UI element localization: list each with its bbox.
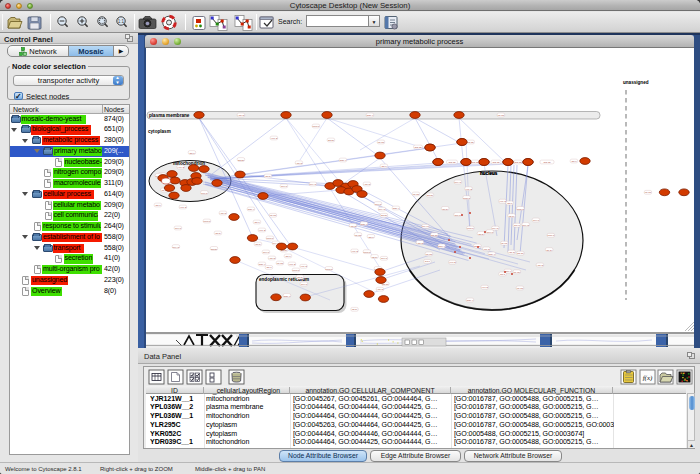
svg-text:Tuv-8: Tuv-8	[514, 224, 521, 227]
svg-text:(w-xd): (w-xd)	[355, 234, 362, 237]
svg-text:Mno-p: Mno-p	[467, 227, 474, 230]
svg-text:Mno-p: Mno-p	[364, 251, 371, 254]
svg-text:(w-xd): (w-xd)	[514, 271, 521, 274]
svg-text:YKL-2: YKL-2	[177, 166, 184, 169]
svg-text:Cde-4: Cde-4	[259, 263, 266, 266]
svg-text:Za-bc: Za-bc	[427, 194, 434, 197]
svg-text:Abc-1j: Abc-1j	[269, 257, 276, 260]
svg-text:Tuv-8: Tuv-8	[301, 283, 308, 286]
svg-text:YKL-2: YKL-2	[449, 261, 456, 264]
svg-text:Tuv-8: Tuv-8	[455, 214, 462, 217]
svg-text:Za-bc: Za-bc	[381, 214, 388, 217]
svg-text:Wx-y1: Wx-y1	[492, 227, 499, 230]
svg-text:(w-xd): (w-xd)	[645, 191, 652, 194]
svg-text:Mno-p: Mno-p	[313, 125, 320, 128]
svg-text:Gh-ij: Gh-ij	[266, 266, 272, 269]
svg-text:Tuv-8: Tuv-8	[201, 192, 208, 195]
svg-text:Cde-4: Cde-4	[284, 295, 291, 298]
svg-text:YKL-2: YKL-2	[271, 137, 278, 140]
svg-text:(w-xd): (w-xd)	[501, 242, 508, 245]
svg-text:cytoplasm: cytoplasm	[148, 129, 171, 134]
svg-text:GO-ab: GO-ab	[514, 161, 522, 164]
svg-text:YKL-2: YKL-2	[481, 286, 488, 289]
svg-text:Mno-p: Mno-p	[267, 237, 274, 240]
svg-text:Mno-p: Mno-p	[463, 197, 470, 200]
svg-text:YKL-2: YKL-2	[465, 188, 472, 191]
svg-text:Abc-1j: Abc-1j	[537, 264, 544, 267]
svg-text:Cde-4: Cde-4	[340, 159, 347, 162]
svg-text:Wx-y1: Wx-y1	[310, 183, 317, 186]
svg-text:unassigned: unassigned	[623, 80, 649, 85]
svg-text:(qr-s): (qr-s)	[297, 276, 303, 279]
svg-text:Cde-4: Cde-4	[361, 223, 368, 226]
svg-text:Abc-1j: Abc-1j	[417, 242, 424, 245]
svg-text:GO-ab: GO-ab	[471, 161, 479, 164]
svg-text:(w-xd): (w-xd)	[413, 193, 420, 196]
svg-text:(qr-s): (qr-s)	[546, 249, 552, 252]
svg-text:Abc-1j: Abc-1j	[296, 162, 303, 165]
svg-text:GO-ab: GO-ab	[466, 141, 474, 144]
svg-text:YKL-2: YKL-2	[300, 265, 307, 268]
svg-text:Gh-ij: Gh-ij	[425, 260, 431, 263]
svg-text:Cde-4: Cde-4	[367, 114, 374, 117]
svg-text:Abc-1j: Abc-1j	[377, 288, 384, 291]
svg-text:(qr-s): (qr-s)	[255, 243, 261, 246]
svg-text:Gh-ij: Gh-ij	[254, 221, 260, 224]
svg-text:Gh-ij: Gh-ij	[507, 202, 513, 205]
svg-text:Za-bc: Za-bc	[328, 139, 335, 142]
svg-text:Cde-4: Cde-4	[438, 245, 445, 248]
svg-text:Tuv-8: Tuv-8	[281, 185, 288, 188]
svg-text:Wx-y1: Wx-y1	[379, 208, 386, 211]
svg-text:Za-bc: Za-bc	[517, 252, 524, 255]
svg-text:Gh-ij: Gh-ij	[368, 236, 374, 239]
svg-text:(w-xd): (w-xd)	[270, 214, 277, 217]
svg-text:Cde-4: Cde-4	[467, 299, 474, 302]
svg-text:Abc-1j: Abc-1j	[364, 183, 371, 186]
svg-text:YKL-2: YKL-2	[351, 250, 358, 253]
svg-text:Wx-y1: Wx-y1	[173, 246, 180, 249]
svg-text:Tuv-8: Tuv-8	[375, 203, 382, 206]
svg-text:GO-ab: GO-ab	[543, 161, 551, 164]
svg-text:Cde-4: Cde-4	[393, 207, 400, 210]
svg-text:Tuv-8: Tuv-8	[381, 257, 388, 260]
svg-text:Tuv-8: Tuv-8	[263, 251, 270, 254]
svg-text:YKL-2: YKL-2	[499, 200, 506, 203]
svg-text:Mno-p: Mno-p	[293, 269, 300, 272]
svg-text:Gh-ij: Gh-ij	[189, 152, 195, 155]
svg-text:Tuv-8: Tuv-8	[533, 219, 540, 222]
svg-text:Wx-y1: Wx-y1	[455, 181, 462, 184]
svg-text:plasma membrane: plasma membrane	[149, 113, 190, 118]
svg-text:(qr-s): (qr-s)	[265, 175, 271, 178]
svg-text:Za-bc: Za-bc	[211, 248, 218, 251]
svg-text:YKL-2: YKL-2	[289, 263, 296, 266]
svg-text:nucleus: nucleus	[480, 171, 498, 176]
svg-text:YKL-2: YKL-2	[259, 229, 266, 232]
svg-text:(qr-s): (qr-s)	[352, 308, 358, 311]
svg-text:Abc-1j: Abc-1j	[220, 212, 227, 215]
svg-text:(qr-s): (qr-s)	[509, 215, 515, 218]
svg-text:Tuv-8: Tuv-8	[175, 227, 182, 230]
svg-text:(qr-s): (qr-s)	[478, 233, 484, 236]
svg-text:Za-bc: Za-bc	[238, 159, 245, 162]
svg-text:Abc-1j: Abc-1j	[483, 248, 490, 251]
svg-text:Mno-p: Mno-p	[548, 234, 555, 237]
svg-text:(w-xd): (w-xd)	[517, 287, 524, 290]
svg-text:(w-xd): (w-xd)	[277, 262, 284, 265]
svg-text:Mno-p: Mno-p	[204, 220, 211, 223]
svg-text:GO-ab: GO-ab	[414, 146, 422, 149]
svg-text:Wx-y1: Wx-y1	[422, 225, 429, 228]
svg-text:Gh-ij: Gh-ij	[155, 204, 161, 207]
svg-text:GO-ab: GO-ab	[492, 161, 500, 164]
svg-text:(qr-s): (qr-s)	[215, 232, 221, 235]
svg-text:Gh-ij: Gh-ij	[571, 160, 577, 163]
svg-text:f(x): f(x)	[643, 374, 653, 382]
svg-text:Gh-ij: Gh-ij	[285, 255, 291, 258]
svg-text:Abc-1j: Abc-1j	[238, 114, 245, 117]
svg-text:mitochondrion: mitochondrion	[173, 161, 205, 166]
svg-text:Tuv-8: Tuv-8	[487, 231, 494, 234]
svg-text:GO-ab: GO-ab	[448, 161, 456, 164]
svg-text:Cde-4: Cde-4	[489, 253, 496, 256]
svg-text:(w-xd): (w-xd)	[426, 253, 433, 256]
svg-text:YKL-2: YKL-2	[180, 206, 187, 209]
svg-text:Abc-1j: Abc-1j	[350, 225, 357, 228]
